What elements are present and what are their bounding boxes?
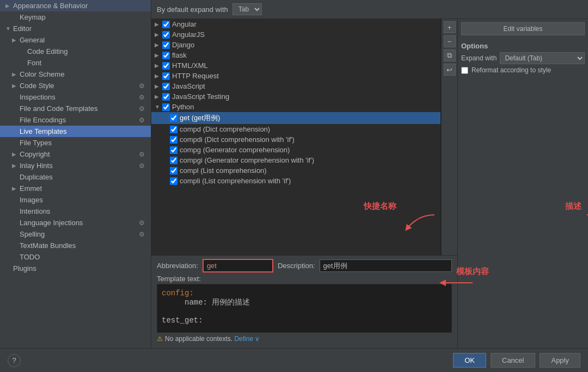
reformat-checkbox[interactable] [461, 67, 468, 74]
add-template-button[interactable]: + [444, 21, 456, 33]
edit-variables-button[interactable]: Edit variables [461, 22, 585, 35]
tree-checkbox-compdi[interactable] [170, 136, 177, 144]
sidebar-item-font[interactable]: Font [0, 57, 151, 69]
tree-label-python: Python [172, 103, 194, 111]
sidebar-item-code-style[interactable]: ▶Code Style⚙ [0, 80, 151, 91]
tree-checkbox-http-request[interactable] [162, 72, 170, 80]
define-link[interactable]: Define ∨ [234, 335, 260, 343]
top-bar: By default expand with Tab [151, 0, 588, 19]
sidebar-item-editor[interactable]: ▼Editor [0, 23, 151, 34]
tree-item-compd[interactable]: compd (Dict comprehension) [151, 124, 440, 134]
tree-checkbox-html-xml[interactable] [162, 62, 170, 70]
tree-item-compli[interactable]: compli (List comprehension with 'if') [151, 176, 440, 186]
gear-icon-file-code-templates: ⚙ [139, 105, 148, 113]
tree-checkbox-compgi[interactable] [170, 157, 177, 164]
sidebar-arrow-copyright: ▶ [12, 151, 20, 157]
tree-checkbox-javascript[interactable] [162, 83, 170, 90]
sidebar-item-code-editing[interactable]: Code Editing [0, 46, 151, 57]
tree-checkbox-python[interactable] [162, 103, 170, 111]
copy-template-button[interactable]: ⧉ [444, 49, 456, 61]
undo-button[interactable]: ↩ [444, 64, 456, 76]
sidebar-item-emmet[interactable]: ▶Emmet [0, 183, 151, 194]
tree-item-get[interactable]: get (get用例) [151, 112, 440, 124]
template-tree-list[interactable]: ▶Angular▶AngularJS▶Django▶flask▶HTML/XML… [151, 19, 441, 255]
sidebar-item-images[interactable]: Images [0, 194, 151, 206]
sidebar-label-spelling: Spelling [20, 230, 45, 238]
tree-label-django: Django [172, 41, 194, 49]
sidebar-item-duplicates[interactable]: Duplicates [0, 171, 151, 183]
sidebar-item-live-templates[interactable]: Live Templates [0, 126, 151, 137]
tree-arrow-javascript: ▶ [155, 83, 162, 89]
tree-item-http-request[interactable]: ▶HTTP Request [151, 71, 440, 81]
sidebar-label-appearance: Appearance & Behavior [13, 2, 88, 10]
sidebar-label-live-templates: Live Templates [20, 127, 66, 135]
tree-item-compl[interactable]: compl (List comprehension) [151, 165, 440, 176]
sidebar-arrow-general: ▶ [12, 37, 20, 43]
template-code-editor[interactable]: config: name: 用例的描述 test_get: [157, 284, 452, 333]
tree-checkbox-compl[interactable] [170, 167, 177, 175]
sidebar-label-inlay-hints: Inlay Hints [20, 162, 53, 170]
sidebar-item-general[interactable]: ▶General [0, 34, 151, 46]
tree-item-angular[interactable]: ▶Angular [151, 19, 440, 29]
gear-icon-spelling: ⚙ [139, 231, 148, 238]
tree-checkbox-django[interactable] [162, 41, 170, 49]
tree-item-compg[interactable]: compg (Generator comprehension) [151, 145, 440, 155]
tree-item-compgi[interactable]: compgi (Generator comprehension with 'if… [151, 155, 440, 165]
sidebar-item-copyright[interactable]: ▶Copyright⚙ [0, 148, 151, 160]
main-area: By default expand with Tab ▶Angular▶Angu… [151, 0, 588, 348]
tree-item-python[interactable]: ▼Python [151, 102, 440, 112]
tree-arrow-javascript-testing: ▶ [155, 94, 162, 100]
tree-item-django[interactable]: ▶Django [151, 40, 440, 50]
tree-item-javascript[interactable]: ▶JavaScript [151, 81, 440, 91]
sidebar-item-file-code-templates[interactable]: File and Code Templates⚙ [0, 103, 151, 114]
tree-item-javascript-testing[interactable]: ▶JavaScript Testing [151, 91, 440, 102]
expand-with-option-select[interactable]: Default (Tab) [500, 52, 585, 64]
tree-label-javascript-testing: JavaScript Testing [172, 92, 229, 101]
tree-checkbox-angular[interactable] [162, 21, 170, 28]
sidebar-label-file-code-templates: File and Code Templates [20, 104, 98, 113]
tree-item-html-xml[interactable]: ▶HTML/XML [151, 60, 440, 71]
sidebar-item-color-scheme[interactable]: ▶Color Scheme [0, 69, 151, 80]
gear-icon-copyright: ⚙ [139, 151, 148, 158]
sidebar-item-intentions[interactable]: Intentions [0, 206, 151, 217]
sidebar-label-general: General [20, 36, 45, 44]
content-area: ▶Angular▶AngularJS▶Django▶flask▶HTML/XML… [151, 19, 588, 348]
help-button[interactable]: ? [8, 354, 21, 367]
tree-checkbox-javascript-testing[interactable] [162, 93, 170, 101]
tree-checkbox-angularjs[interactable] [162, 31, 170, 39]
tree-checkbox-compd[interactable] [170, 126, 177, 133]
tree-checkbox-flask[interactable] [162, 52, 170, 59]
tree-item-compdi[interactable]: compdi (Dict comprehension with 'if') [151, 134, 440, 145]
sidebar-item-keymap[interactable]: Keymap [0, 11, 151, 23]
sidebar-label-duplicates: Duplicates [20, 173, 53, 181]
tree-arrow-django: ▶ [155, 42, 162, 48]
tree-item-angularjs[interactable]: ▶AngularJS [151, 29, 440, 40]
remove-template-button[interactable]: − [444, 35, 456, 47]
apply-button[interactable]: Apply [540, 353, 580, 368]
sidebar-item-todo[interactable]: TODO [0, 251, 151, 263]
sidebar-item-language-injections[interactable]: Language Injections⚙ [0, 217, 151, 228]
tree-checkbox-compg[interactable] [170, 146, 177, 154]
tree-item-flask[interactable]: ▶flask [151, 50, 440, 60]
sidebar-label-emmet: Emmet [20, 184, 42, 193]
sidebar-item-textmate-bundles[interactable]: TextMate Bundles [0, 240, 151, 251]
sidebar-item-inlay-hints[interactable]: ▶Inlay Hints⚙ [0, 160, 151, 171]
sidebar-item-inspections[interactable]: Inspections⚙ [0, 91, 151, 103]
gear-icon-inspections: ⚙ [139, 94, 148, 101]
cancel-button[interactable]: Cancel [491, 353, 535, 368]
sidebar-item-file-types[interactable]: File Types [0, 137, 151, 148]
tree-checkbox-get[interactable] [170, 114, 177, 122]
description-input[interactable] [320, 259, 452, 272]
expand-with-select[interactable]: Tab [232, 3, 262, 15]
sidebar-item-file-encodings[interactable]: File Encodings⚙ [0, 114, 151, 126]
sidebar-item-appearance[interactable]: ▶Appearance & Behavior [0, 0, 151, 11]
sidebar-arrow-editor: ▼ [5, 26, 13, 32]
gear-icon-file-encodings: ⚙ [139, 116, 148, 124]
tree-label-html-xml: HTML/XML [172, 61, 208, 70]
ok-button[interactable]: OK [453, 353, 486, 368]
sidebar-item-spelling[interactable]: Spelling⚙ [0, 228, 151, 240]
sidebar-item-plugins[interactable]: Plugins [0, 263, 151, 274]
tree-checkbox-compli[interactable] [170, 177, 177, 185]
abbreviation-input[interactable] [203, 259, 273, 272]
tree-arrow-python: ▼ [155, 104, 162, 110]
